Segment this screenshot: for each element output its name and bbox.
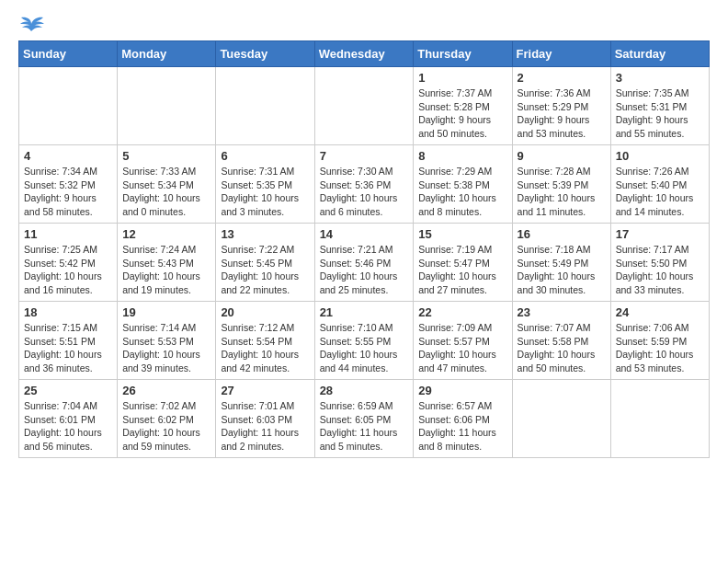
day-info: Sunrise: 7:21 AM Sunset: 5:46 PM Dayligh…	[320, 243, 409, 297]
logo	[18, 15, 48, 33]
day-number: 2	[518, 71, 606, 85]
day-info: Sunrise: 7:37 AM Sunset: 5:28 PM Dayligh…	[418, 86, 506, 141]
day-info: Sunrise: 7:14 AM Sunset: 5:53 PM Dayligh…	[122, 321, 210, 375]
day-info: Sunrise: 7:28 AM Sunset: 5:39 PM Dayligh…	[518, 165, 606, 219]
calendar-cell	[314, 67, 414, 145]
logo-bird-icon	[18, 15, 44, 33]
day-number: 14	[320, 227, 409, 241]
calendar-cell	[216, 67, 314, 145]
weekday-header-thursday: Thursday	[414, 41, 512, 67]
day-info: Sunrise: 7:06 AM Sunset: 5:59 PM Dayligh…	[616, 321, 704, 375]
calendar-cell: 21Sunrise: 7:10 AM Sunset: 5:55 PM Dayli…	[314, 302, 414, 380]
calendar-cell: 3Sunrise: 7:35 AM Sunset: 5:31 PM Daylig…	[610, 67, 709, 145]
day-info: Sunrise: 7:29 AM Sunset: 5:38 PM Dayligh…	[418, 165, 506, 219]
day-info: Sunrise: 7:35 AM Sunset: 5:31 PM Dayligh…	[616, 86, 704, 141]
day-number: 12	[122, 227, 210, 241]
day-number: 4	[24, 149, 112, 163]
calendar-cell: 11Sunrise: 7:25 AM Sunset: 5:42 PM Dayli…	[19, 224, 118, 302]
weekday-header-row: SundayMondayTuesdayWednesdayThursdayFrid…	[19, 41, 710, 67]
calendar-cell: 25Sunrise: 7:04 AM Sunset: 6:01 PM Dayli…	[19, 380, 118, 458]
calendar-cell: 4Sunrise: 7:34 AM Sunset: 5:32 PM Daylig…	[19, 145, 118, 224]
calendar-cell	[610, 380, 709, 458]
calendar-cell: 20Sunrise: 7:12 AM Sunset: 5:54 PM Dayli…	[216, 302, 314, 380]
day-number: 10	[616, 149, 704, 163]
calendar-cell: 24Sunrise: 7:06 AM Sunset: 5:59 PM Dayli…	[610, 302, 709, 380]
day-number: 3	[616, 71, 704, 85]
day-info: Sunrise: 7:12 AM Sunset: 5:54 PM Dayligh…	[221, 321, 309, 375]
day-info: Sunrise: 7:18 AM Sunset: 5:49 PM Dayligh…	[518, 243, 606, 297]
weekday-header-monday: Monday	[118, 41, 216, 67]
day-info: Sunrise: 7:15 AM Sunset: 5:51 PM Dayligh…	[24, 321, 112, 375]
week-row-1: 1Sunrise: 7:37 AM Sunset: 5:28 PM Daylig…	[19, 67, 710, 145]
day-number: 8	[418, 149, 506, 163]
day-number: 27	[221, 384, 309, 397]
day-info: Sunrise: 7:09 AM Sunset: 5:57 PM Dayligh…	[418, 321, 506, 375]
day-number: 1	[418, 71, 506, 85]
week-row-5: 25Sunrise: 7:04 AM Sunset: 6:01 PM Dayli…	[19, 380, 710, 458]
day-number: 11	[24, 227, 112, 241]
day-number: 18	[24, 305, 112, 319]
day-number: 24	[616, 305, 704, 319]
calendar-cell: 12Sunrise: 7:24 AM Sunset: 5:43 PM Dayli…	[118, 224, 216, 302]
day-info: Sunrise: 7:07 AM Sunset: 5:58 PM Dayligh…	[518, 321, 606, 375]
calendar-cell: 19Sunrise: 7:14 AM Sunset: 5:53 PM Dayli…	[118, 302, 216, 380]
day-number: 22	[418, 305, 506, 319]
calendar-cell: 28Sunrise: 6:59 AM Sunset: 6:05 PM Dayli…	[314, 380, 414, 458]
calendar-cell: 8Sunrise: 7:29 AM Sunset: 5:38 PM Daylig…	[414, 145, 512, 224]
calendar-cell	[512, 380, 610, 458]
day-number: 26	[122, 384, 210, 397]
calendar-cell: 10Sunrise: 7:26 AM Sunset: 5:40 PM Dayli…	[610, 145, 709, 224]
calendar-cell: 5Sunrise: 7:33 AM Sunset: 5:34 PM Daylig…	[118, 145, 216, 224]
day-number: 29	[418, 384, 506, 397]
day-info: Sunrise: 7:22 AM Sunset: 5:45 PM Dayligh…	[221, 243, 309, 297]
calendar-cell: 1Sunrise: 7:37 AM Sunset: 5:28 PM Daylig…	[414, 67, 512, 145]
day-number: 19	[122, 305, 210, 319]
day-number: 15	[418, 227, 506, 241]
day-info: Sunrise: 7:01 AM Sunset: 6:03 PM Dayligh…	[221, 399, 309, 454]
calendar-cell	[19, 67, 118, 145]
weekday-header-sunday: Sunday	[19, 41, 118, 67]
day-info: Sunrise: 6:57 AM Sunset: 6:06 PM Dayligh…	[418, 399, 506, 454]
calendar-cell: 14Sunrise: 7:21 AM Sunset: 5:46 PM Dayli…	[314, 224, 414, 302]
week-row-2: 4Sunrise: 7:34 AM Sunset: 5:32 PM Daylig…	[19, 145, 710, 224]
calendar-cell: 22Sunrise: 7:09 AM Sunset: 5:57 PM Dayli…	[414, 302, 512, 380]
calendar-cell: 23Sunrise: 7:07 AM Sunset: 5:58 PM Dayli…	[512, 302, 610, 380]
calendar-table: SundayMondayTuesdayWednesdayThursdayFrid…	[18, 40, 710, 458]
day-info: Sunrise: 7:36 AM Sunset: 5:29 PM Dayligh…	[518, 86, 606, 141]
day-number: 25	[24, 384, 112, 397]
day-number: 20	[221, 305, 309, 319]
day-info: Sunrise: 7:25 AM Sunset: 5:42 PM Dayligh…	[24, 243, 112, 297]
day-info: Sunrise: 7:04 AM Sunset: 6:01 PM Dayligh…	[24, 399, 112, 454]
day-info: Sunrise: 7:02 AM Sunset: 6:02 PM Dayligh…	[122, 399, 210, 454]
calendar-cell: 6Sunrise: 7:31 AM Sunset: 5:35 PM Daylig…	[216, 145, 314, 224]
day-info: Sunrise: 7:26 AM Sunset: 5:40 PM Dayligh…	[616, 165, 704, 219]
day-number: 13	[221, 227, 309, 241]
day-number: 5	[122, 149, 210, 163]
week-row-3: 11Sunrise: 7:25 AM Sunset: 5:42 PM Dayli…	[19, 224, 710, 302]
day-number: 21	[320, 305, 409, 319]
day-info: Sunrise: 7:17 AM Sunset: 5:50 PM Dayligh…	[616, 243, 704, 297]
weekday-header-saturday: Saturday	[610, 41, 709, 67]
day-info: Sunrise: 7:19 AM Sunset: 5:47 PM Dayligh…	[418, 243, 506, 297]
day-number: 6	[221, 149, 309, 163]
calendar-cell: 7Sunrise: 7:30 AM Sunset: 5:36 PM Daylig…	[314, 145, 414, 224]
day-info: Sunrise: 7:33 AM Sunset: 5:34 PM Dayligh…	[122, 165, 210, 219]
day-number: 17	[616, 227, 704, 241]
calendar-cell: 2Sunrise: 7:36 AM Sunset: 5:29 PM Daylig…	[512, 67, 610, 145]
day-info: Sunrise: 7:30 AM Sunset: 5:36 PM Dayligh…	[320, 165, 409, 219]
weekday-header-tuesday: Tuesday	[216, 41, 314, 67]
calendar-cell: 9Sunrise: 7:28 AM Sunset: 5:39 PM Daylig…	[512, 145, 610, 224]
day-number: 9	[518, 149, 606, 163]
day-info: Sunrise: 7:31 AM Sunset: 5:35 PM Dayligh…	[221, 165, 309, 219]
calendar-cell: 18Sunrise: 7:15 AM Sunset: 5:51 PM Dayli…	[19, 302, 118, 380]
day-info: Sunrise: 7:34 AM Sunset: 5:32 PM Dayligh…	[24, 165, 112, 219]
calendar-cell: 13Sunrise: 7:22 AM Sunset: 5:45 PM Dayli…	[216, 224, 314, 302]
day-number: 16	[518, 227, 606, 241]
week-row-4: 18Sunrise: 7:15 AM Sunset: 5:51 PM Dayli…	[19, 302, 710, 380]
calendar-cell: 16Sunrise: 7:18 AM Sunset: 5:49 PM Dayli…	[512, 224, 610, 302]
day-number: 28	[320, 384, 409, 397]
day-info: Sunrise: 7:10 AM Sunset: 5:55 PM Dayligh…	[320, 321, 409, 375]
weekday-header-friday: Friday	[512, 41, 610, 67]
day-number: 23	[518, 305, 606, 319]
day-info: Sunrise: 7:24 AM Sunset: 5:43 PM Dayligh…	[122, 243, 210, 297]
